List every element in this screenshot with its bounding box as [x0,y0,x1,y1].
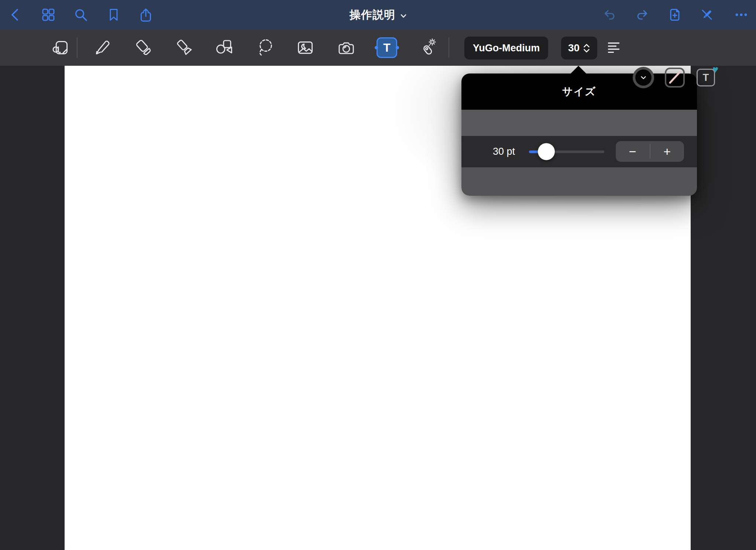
chevron-down-icon [401,14,406,18]
font-button[interactable]: YuGo-Medium [464,37,548,59]
eraser-icon [133,37,154,58]
bookmark-button[interactable] [106,7,122,23]
chevron-up-down-icon [583,43,590,53]
bookmark-icon [106,7,121,22]
size-value-label: 30 pt [493,136,515,167]
align-left-icon [606,41,622,54]
chevron-down-icon [640,76,646,80]
stroke-style-button[interactable] [665,68,685,88]
selection-handle-right [396,46,399,49]
toolbar-divider [77,37,78,58]
pen-tool-button[interactable] [91,36,114,59]
popover-title: サイズ [562,85,596,99]
text-color-button[interactable] [633,67,654,88]
handwriting-icon [51,37,71,58]
lasso-tool-button[interactable] [254,36,278,59]
grid-icon [41,7,56,22]
pen-cross-icon [700,7,714,22]
shapes-icon [214,37,234,58]
font-size-value: 30 [568,42,580,54]
redo-button[interactable] [634,7,650,23]
add-page-icon [667,7,682,22]
font-name-label: YuGo-Medium [473,42,540,54]
increase-size-button[interactable]: + [650,141,684,162]
image-tool-button[interactable] [293,36,317,59]
add-page-button[interactable] [667,7,683,23]
size-stepper: − + [616,141,684,162]
title-menu-button[interactable] [401,14,406,18]
thumbnails-button[interactable] [40,7,56,23]
stroke-line-icon [666,69,683,86]
text-align-button[interactable] [602,36,626,59]
text-style-button[interactable]: T ♥ [697,69,715,86]
eraser-tool-button[interactable] [132,36,155,59]
lasso-icon [255,37,276,58]
popover-preview-row [461,110,697,136]
document-title[interactable]: 操作説明 [350,7,395,23]
pen-icon [92,37,113,58]
image-icon [295,37,316,58]
shapes-tool-button[interactable] [212,36,236,59]
slider-thumb[interactable] [538,143,555,160]
camera-icon [336,37,357,58]
highlighter-tool-button[interactable] [173,36,196,59]
ellipsis-icon [734,7,749,22]
undo-icon [602,7,617,22]
editing-toolbar: T [0,30,756,66]
decrease-size-button[interactable]: − [616,141,650,162]
size-popover: サイズ 30 pt − + [461,74,697,196]
app-window: 操作説明 [0,0,756,550]
selection-handle-left [375,46,378,49]
search-button[interactable] [73,7,89,23]
text-tool-selected-chip: T [377,37,397,58]
share-icon [138,7,153,22]
exit-editing-button[interactable] [699,7,715,23]
redo-icon [635,7,649,22]
handwriting-tool-button[interactable] [49,36,73,59]
popover-arrow [571,66,586,74]
back-button[interactable] [8,7,24,23]
camera-tool-button[interactable] [334,36,358,59]
search-icon [73,7,88,22]
top-navigation-bar: 操作説明 [0,0,756,30]
size-slider[interactable] [529,150,604,153]
font-size-button[interactable]: 30 [561,37,597,59]
color-swatch-black [635,69,652,86]
laser-pointer-tool-button[interactable] [415,36,439,59]
share-button[interactable] [138,7,154,23]
toolbar-divider [449,37,449,58]
text-tool-button[interactable]: T [375,36,399,59]
popover-header: サイズ [461,74,697,110]
more-button[interactable] [733,7,749,23]
undo-button[interactable] [602,7,618,23]
text-style-glyph: T [703,72,709,83]
popover-footer-row [461,167,697,196]
popover-slider-row: 30 pt − + [461,136,697,167]
heart-icon: ♥ [712,65,718,75]
back-chevron-icon [8,7,23,22]
laser-pointer-icon [417,37,437,58]
text-tool-glyph: T [383,41,391,55]
highlighter-icon [174,37,195,58]
